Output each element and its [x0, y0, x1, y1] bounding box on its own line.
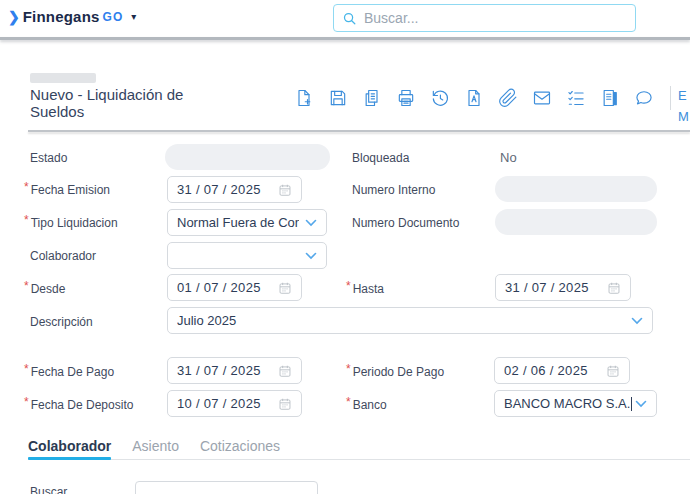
descripcion-field[interactable]: Julio 2025 [167, 307, 653, 334]
tab-colaborador[interactable]: Colaborador [28, 438, 111, 459]
brand-suffix: GO [103, 10, 124, 24]
calendar-icon[interactable] [278, 281, 292, 295]
chevron-down-icon[interactable] [305, 219, 317, 227]
periodo-de-pago-field[interactable]: 02 / 06 / 2025 [494, 357, 630, 384]
page-title: Nuevo - Liquidación de Sueldos [30, 86, 225, 120]
numero-documento-field [495, 209, 657, 235]
tipo-liquidacion-label: *Tipo Liquidacion [30, 216, 118, 230]
tipo-liquidacion-field[interactable]: Normal Fuera de Conve [167, 209, 327, 236]
top-nav: ❯ Finnegans GO ▾ [0, 0, 690, 37]
calendar-icon[interactable] [607, 281, 621, 295]
bloqueada-label: Bloqueada [352, 151, 409, 165]
numero-interno-field [495, 176, 657, 202]
tab-asiento[interactable]: Asiento [132, 438, 179, 459]
fecha-emision-field[interactable]: 31 / 07 / 2025 [167, 176, 302, 203]
banco-label: *Banco [352, 398, 387, 412]
bloqueada-value: No [500, 150, 517, 165]
tab-bar: Colaborador Asiento Cotizaciones [28, 438, 690, 460]
fecha-emision-label: *Fecha Emision [30, 183, 110, 197]
numero-documento-label: Numero Documento [352, 216, 459, 230]
toolbar [293, 87, 654, 108]
finnegans-logo[interactable]: ❯ Finnegans GO ▾ [8, 8, 136, 25]
toolbar-overflow: E M [678, 88, 689, 124]
calendar-icon[interactable] [606, 364, 620, 378]
email-icon[interactable] [531, 87, 552, 108]
logo-chevron-icon: ❯ [8, 9, 20, 25]
comment-icon[interactable] [633, 87, 654, 108]
desde-field[interactable]: 01 / 07 / 2025 [167, 274, 302, 301]
estado-field [165, 144, 330, 170]
hasta-field[interactable]: 31 / 07 / 2025 [495, 274, 631, 301]
text-cursor [631, 397, 632, 411]
colaborador-field[interactable] [167, 242, 327, 269]
buscar-colaborador-label: Buscar [30, 485, 67, 494]
history-icon[interactable] [429, 87, 450, 108]
nav-divider [0, 37, 690, 40]
search-input[interactable] [364, 10, 627, 26]
redacted-text [30, 73, 96, 83]
toolbar-overflow-label-top[interactable]: E [678, 88, 689, 103]
logo-dropdown-caret-icon[interactable]: ▾ [131, 11, 136, 22]
global-search[interactable] [333, 4, 636, 32]
toolbar-overflow-label-bottom[interactable]: M [678, 109, 689, 124]
banco-field[interactable]: BANCO MACRO S.A. [494, 390, 657, 417]
font-document-icon[interactable] [463, 87, 484, 108]
toolbar-divider [670, 86, 671, 110]
save-icon[interactable] [327, 87, 348, 108]
numero-interno-label: Numero Interno [352, 183, 435, 197]
tab-cotizaciones[interactable]: Cotizaciones [200, 438, 280, 459]
print-icon[interactable] [395, 87, 416, 108]
colaborador-label: Colaborador [30, 249, 96, 263]
copy-icon[interactable] [361, 87, 382, 108]
calendar-icon[interactable] [278, 364, 292, 378]
checklist-icon[interactable] [565, 87, 586, 108]
fecha-de-deposito-label: *Fecha De Deposito [30, 398, 133, 412]
search-icon [342, 11, 357, 26]
app-window: ❯ Finnegans GO ▾ Nuevo - Liquidación de … [0, 0, 690, 494]
buscar-colaborador-input[interactable] [135, 481, 318, 494]
chevron-down-icon[interactable] [635, 400, 647, 408]
header-divider [28, 130, 690, 132]
desde-label: *Desde [30, 282, 65, 296]
calendar-icon[interactable] [278, 183, 292, 197]
chevron-down-icon[interactable] [631, 317, 643, 325]
hasta-label: *Hasta [352, 282, 384, 296]
attachment-icon[interactable] [497, 87, 518, 108]
report-icon[interactable] [599, 87, 620, 108]
fecha-de-deposito-field[interactable]: 10 / 07 / 2025 [167, 390, 302, 417]
new-document-icon[interactable] [293, 87, 314, 108]
brand-name: Finnegans [23, 8, 100, 25]
fecha-de-pago-label: *Fecha De Pago [30, 365, 114, 379]
calendar-icon[interactable] [278, 397, 292, 411]
fecha-de-pago-field[interactable]: 31 / 07 / 2025 [167, 357, 302, 384]
estado-label: Estado [30, 151, 67, 165]
periodo-de-pago-label: *Periodo De Pago [352, 365, 444, 379]
chevron-down-icon[interactable] [305, 252, 317, 260]
descripcion-label: Descripción [30, 315, 93, 329]
